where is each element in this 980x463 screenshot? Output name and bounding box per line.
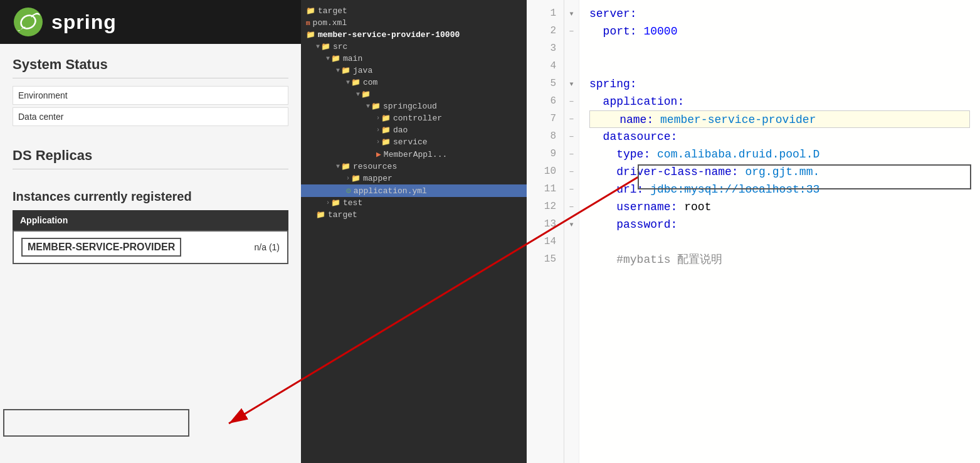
line-num-7: 7 <box>527 110 564 128</box>
folder-icon: 📁 <box>341 66 350 75</box>
gutter-5: ▼ <box>564 75 579 93</box>
tree-item-subpkg[interactable]: ▼ 📁 <box>301 88 527 100</box>
tree-label-com: com <box>363 78 377 87</box>
code-line-1: server: <box>589 5 970 23</box>
gutter-9: ─ <box>564 146 579 163</box>
folder-icon: 📁 <box>306 6 315 16</box>
gutter-8: ─ <box>564 128 579 146</box>
tree-label-test: test <box>343 198 362 208</box>
line-num-6: 6 <box>527 93 564 110</box>
line-num-1: 1 <box>527 5 564 23</box>
table-header-label: Application <box>20 215 68 225</box>
gutter-15 <box>564 251 579 269</box>
tree-label-mapper: mapper <box>363 174 393 183</box>
tree-item-resources[interactable]: ▼ 📁 resources <box>301 161 527 173</box>
gutter-10: ─ <box>564 163 579 181</box>
code-line-12: username: root <box>589 198 970 216</box>
table-row[interactable]: MEMBER-SERVICE-PROVIDER n/a (1) <box>13 230 288 264</box>
code-line-3 <box>589 40 970 58</box>
tree-item-appyml[interactable]: ⚙ application.yml <box>301 184 527 197</box>
code-line-4 <box>589 58 970 75</box>
chevron-icon: ▼ <box>336 67 340 74</box>
collapse-icon-2[interactable]: ─ <box>569 28 573 35</box>
collapse-icon-3[interactable]: ▼ <box>569 81 573 88</box>
table-header: Application <box>13 210 288 230</box>
tree-item-target2[interactable]: 📁 target <box>301 209 527 221</box>
tree-item-src[interactable]: ▼ 📁 src <box>301 41 527 53</box>
environment-row: Environment <box>13 86 288 105</box>
tree-label-java: java <box>353 66 372 75</box>
gutter: ▼ ─ ▼ ─ ─ ─ ─ ─ ─ ─ ▼ <box>564 0 579 463</box>
tree-item-springcloud[interactable]: ▼ 📁 springcloud <box>301 100 527 112</box>
ds-replicas-section: DS Replicas <box>0 135 301 183</box>
tree-label-service: member-service-provider-10000 <box>318 30 460 40</box>
chevron-icon: ▼ <box>356 91 360 98</box>
collapse-icon-7[interactable]: ─ <box>569 151 573 158</box>
instances-section: Instances currently registered Applicati… <box>0 183 301 264</box>
tree-item-pomxml[interactable]: m pom.xml <box>301 17 527 29</box>
datacenter-row: Data center <box>13 107 288 126</box>
line-numbers: 1 2 3 4 5 6 7 8 9 10 11 12 13 14 15 <box>527 0 564 463</box>
collapse-icon-9[interactable]: ─ <box>569 186 573 193</box>
code-line-13: password: <box>589 216 970 233</box>
chevron-icon: › <box>346 175 350 182</box>
code-line-10: driver-class-name: org.gjt.mm. <box>589 163 970 181</box>
app-name[interactable]: MEMBER-SERVICE-PROVIDER <box>21 238 181 257</box>
gutter-2: ─ <box>564 23 579 40</box>
collapse-icon-8[interactable]: ─ <box>569 169 573 176</box>
tree-item-mapper[interactable]: › 📁 mapper <box>301 173 527 184</box>
divider-1 <box>13 78 288 78</box>
environment-label: Environment <box>18 90 93 100</box>
line-num-11: 11 <box>527 181 564 198</box>
tree-label-pom: pom.xml <box>313 18 347 28</box>
folder-icon: 📁 <box>351 174 361 183</box>
code-line-6: application: <box>589 93 970 110</box>
collapse-icon-10[interactable]: ─ <box>569 204 573 211</box>
tree-label-springcloud: springcloud <box>383 102 437 111</box>
tree-item-com[interactable]: ▼ 📁 com <box>301 77 527 88</box>
chevron-icon: ▼ <box>326 55 330 62</box>
gutter-14 <box>564 233 579 251</box>
tree-label-dao: dao <box>393 125 408 135</box>
collapse-icon-11[interactable]: ▼ <box>569 221 573 228</box>
tree-item-member-service[interactable]: 📁 member-service-provider-10000 <box>301 29 527 41</box>
tree-item-dao[interactable]: › 📁 dao <box>301 124 527 136</box>
tree-item-java[interactable]: ▼ 📁 java <box>301 65 527 77</box>
spring-logo-icon <box>13 6 44 38</box>
code-line-8: datasource: <box>589 128 970 146</box>
folder-icon: 📁 <box>381 125 391 135</box>
tree-item-main[interactable]: ▼ 📁 main <box>301 53 527 65</box>
system-status-title: System Status <box>13 56 288 73</box>
code-line-7: name: member-service-provider <box>589 110 970 128</box>
tree-label-resources: resources <box>353 162 397 171</box>
folder-icon: 📁 <box>371 102 381 111</box>
collapse-icon-6[interactable]: ─ <box>569 134 573 141</box>
chevron-icon: › <box>376 139 380 146</box>
app-status: n/a (1) <box>255 242 280 252</box>
java-icon: ▶ <box>376 149 381 159</box>
tree-item-memberappl[interactable]: ▶ MemberAppl... <box>301 148 527 161</box>
line-num-13: 13 <box>527 216 564 233</box>
gutter-3 <box>564 40 579 58</box>
chevron-icon: › <box>326 200 330 206</box>
code-content[interactable]: server: port: 10000 spring: application:… <box>579 0 980 463</box>
chevron-icon: ▼ <box>336 163 340 170</box>
gutter-12: ─ <box>564 198 579 216</box>
collapse-icon-5[interactable]: ─ <box>569 116 573 123</box>
tree-label-controller: controller <box>393 114 442 123</box>
tree-item-controller[interactable]: › 📁 controller <box>301 112 527 124</box>
tree-item-test[interactable]: › 📁 test <box>301 197 527 209</box>
ds-replicas-title: DS Replicas <box>13 147 288 164</box>
collapse-icon[interactable]: ▼ <box>569 11 573 18</box>
line-num-3: 3 <box>527 40 564 58</box>
tree-item-service[interactable]: › 📁 service <box>301 136 527 148</box>
collapse-icon-4[interactable]: ─ <box>569 98 573 105</box>
line-num-5: 5 <box>527 75 564 93</box>
code-line-11: url: jdbc:mysql://localhost:33 <box>589 181 970 198</box>
tree-item-target1[interactable]: 📁 target <box>301 5 527 17</box>
folder-icon: 📁 <box>381 137 391 147</box>
file-tree: 📁 target m pom.xml 📁 member-service-prov… <box>301 0 527 226</box>
gutter-7: ─ <box>564 110 579 128</box>
folder-icon: 📁 <box>351 78 361 87</box>
chevron-icon: ▼ <box>316 43 320 50</box>
